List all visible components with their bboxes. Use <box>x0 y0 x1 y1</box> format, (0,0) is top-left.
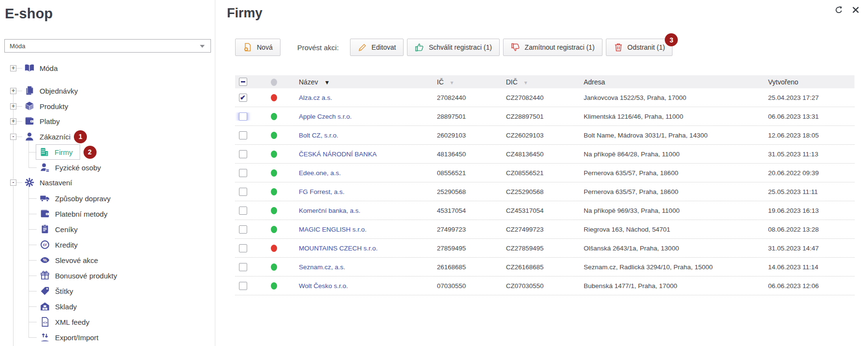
tree-guide-stub <box>16 182 22 183</box>
select-all-checkbox[interactable] <box>239 78 247 86</box>
sidebar-item-bonusove-produkty[interactable]: Bonusové produkty <box>0 268 215 283</box>
sidebar-item-zpusoby-dopravy[interactable]: Způsoby dopravy <box>0 191 215 206</box>
cell-ic: 27499723 <box>428 226 498 233</box>
company-link[interactable]: Komerční banka, a.s. <box>299 207 361 214</box>
sidebar-item-sklady[interactable]: Sklady <box>0 299 215 314</box>
sidebar-item-label[interactable]: Štítky <box>55 287 73 295</box>
sidebar-item-label[interactable]: Platby <box>40 117 60 125</box>
header-cell-nazev[interactable]: Název ▼ <box>288 78 428 86</box>
tree-guide-stub <box>16 68 22 69</box>
sidebar-item-zakaznici[interactable]: -Zákazníci1 <box>0 129 215 144</box>
sidebar-item-label[interactable]: Móda <box>40 64 58 72</box>
row-checkbox[interactable] <box>239 94 247 102</box>
sidebar-item-label[interactable]: Platební metody <box>55 210 107 218</box>
header-cell-ic[interactable]: IČ ▼ <box>428 78 498 86</box>
status-dot-green <box>271 207 277 214</box>
company-link[interactable]: Edee.one, a.s. <box>299 169 341 177</box>
editovat-button[interactable]: Editovat <box>350 39 404 56</box>
cell-ic: 26029103 <box>428 132 498 139</box>
tree-expander-icon[interactable]: - <box>10 134 16 140</box>
schvalit-registraci-button[interactable]: Schválit registraci (1) <box>407 39 500 56</box>
tree-expander-icon[interactable]: + <box>10 103 16 110</box>
sidebar-item-label[interactable]: Produkty <box>40 102 68 111</box>
sidebar-item-produkty[interactable]: +Produkty <box>0 98 215 114</box>
sidebar-item-label[interactable]: XML feedy <box>55 318 89 326</box>
row-checkbox[interactable] <box>239 131 247 139</box>
sidebar-item-kredity[interactable]: crKredity <box>0 237 215 252</box>
sidebar-item-label[interactable]: Objednávky <box>40 87 78 95</box>
row-checkbox[interactable] <box>239 225 247 234</box>
sort-desc-icon[interactable]: ▼ <box>324 79 330 86</box>
row-checkbox[interactable] <box>239 112 247 121</box>
row-checkbox[interactable] <box>239 169 247 177</box>
row-checkbox[interactable] <box>239 188 247 196</box>
company-link[interactable]: Alza.cz a.s. <box>299 94 332 101</box>
nova-button[interactable]: Nová <box>235 39 280 56</box>
cell-address: Olšanská 2643/1a, Praha, 13000 <box>574 245 759 252</box>
sidebar-item-label[interactable]: Slevové akce <box>55 256 98 264</box>
tree-expander-icon[interactable]: + <box>10 118 16 125</box>
row-checkbox[interactable] <box>239 150 247 158</box>
cell-ic: 27082440 <box>428 94 498 101</box>
sidebar-item-label[interactable]: Ceníky <box>55 225 78 234</box>
sidebar-item-objednavky[interactable]: +Objednávky <box>0 83 215 98</box>
sidebar-item-slevove-akce[interactable]: %Slevové akce <box>0 252 215 268</box>
sidebar-item-label[interactable]: Fyzické osoby <box>55 164 101 172</box>
company-link[interactable]: MOUNTAINS CZECH s.r.o. <box>299 245 378 252</box>
row-checkbox[interactable] <box>239 244 247 252</box>
tree-expander-icon[interactable]: + <box>10 88 16 94</box>
sort-icon[interactable]: ▼ <box>449 80 454 85</box>
cell-status <box>259 169 288 177</box>
sidebar-item-label[interactable]: Nastavení <box>40 179 72 187</box>
sidebar-item-label[interactable]: Zákazníci <box>40 133 70 141</box>
row-checkbox[interactable] <box>239 207 247 215</box>
cell-status <box>259 188 288 195</box>
status-dot-green <box>271 188 277 195</box>
company-link[interactable]: Seznam.cz, a.s. <box>299 263 345 271</box>
company-link[interactable]: Wolt Česko s.r.o. <box>299 282 348 290</box>
row-checkbox[interactable] <box>239 282 247 290</box>
cell-name: Alza.cz a.s. <box>288 94 428 101</box>
company-link[interactable]: Bolt CZ, s.r.o. <box>299 132 338 139</box>
cell-select <box>235 131 259 139</box>
cell-created: 06.06.2023 12:06 <box>759 282 854 290</box>
company-link[interactable]: MAGIC ENGLISH s.r.o. <box>299 226 366 233</box>
sidebar-item-fyzicke-osoby[interactable]: Fyzické osoby <box>0 160 215 175</box>
sidebar-item-platebni-metody[interactable]: Platební metody <box>0 206 215 221</box>
company-link[interactable]: FG Forrest, a.s. <box>299 188 345 195</box>
company-link[interactable]: Apple Czech s.r.o. <box>299 113 352 120</box>
tree-expander-icon[interactable]: + <box>10 65 16 71</box>
sidebar-item-nastaveni[interactable]: -Nastavení <box>0 175 215 190</box>
odstranit-button[interactable]: Odstranit (1) 3 <box>606 39 673 56</box>
sidebar-item-label[interactable]: Způsoby dopravy <box>55 194 111 203</box>
sidebar-item-xml-feedy[interactable]: <>XML feedy <box>0 314 215 330</box>
sidebar-item-ceniky[interactable]: Ceníky <box>0 221 215 237</box>
sidebar-item-firmy[interactable]: Firmy2 <box>0 144 215 160</box>
cell-name: Apple Czech s.r.o. <box>288 113 428 120</box>
shop-selector-dropdown[interactable]: Móda <box>4 39 211 53</box>
sidebar-item-label[interactable]: Firmy <box>55 148 73 156</box>
table-row: Apple Czech s.r.o.28897501CZ28897501Klim… <box>235 107 854 126</box>
tree-expander-icon[interactable]: - <box>10 180 16 186</box>
cell-select <box>235 244 259 252</box>
sidebar-item-label[interactable]: Kredity <box>55 241 78 249</box>
company-link[interactable]: ČESKÁ NÁRODNÍ BANKA <box>299 151 377 158</box>
sidebar-item-platby[interactable]: +Platby <box>0 113 215 129</box>
status-dot-red <box>271 94 277 101</box>
zamitnout-registraci-button[interactable]: Zamítnout registraci (1) <box>503 39 602 56</box>
sidebar-item-label[interactable]: Bonusové produkty <box>55 272 117 280</box>
sidebar: E-shop Móda +Móda+Objednávky+Produkty+Pl… <box>0 0 215 346</box>
sidebar-item-stitky[interactable]: Štítky <box>0 283 215 299</box>
row-checkbox[interactable] <box>239 263 247 271</box>
sidebar-item-label[interactable]: Sklady <box>55 303 77 311</box>
header-cell-dic[interactable]: DIČ ▼ <box>498 78 574 86</box>
sort-icon[interactable]: ▼ <box>523 80 528 85</box>
refresh-icon[interactable] <box>835 6 843 14</box>
sidebar-item-export-import[interactable]: Export/Import <box>0 330 215 345</box>
sidebar-item-moda[interactable]: +Móda <box>0 60 215 76</box>
cell-ic: 08556521 <box>428 169 498 177</box>
close-icon[interactable] <box>852 6 860 14</box>
selected-item-box[interactable]: Firmy <box>36 144 80 160</box>
companies-table: Název ▼ IČ ▼ DIČ ▼ Adresa Vytvořeno Alza… <box>235 75 854 295</box>
sidebar-item-label[interactable]: Export/Import <box>55 333 98 342</box>
